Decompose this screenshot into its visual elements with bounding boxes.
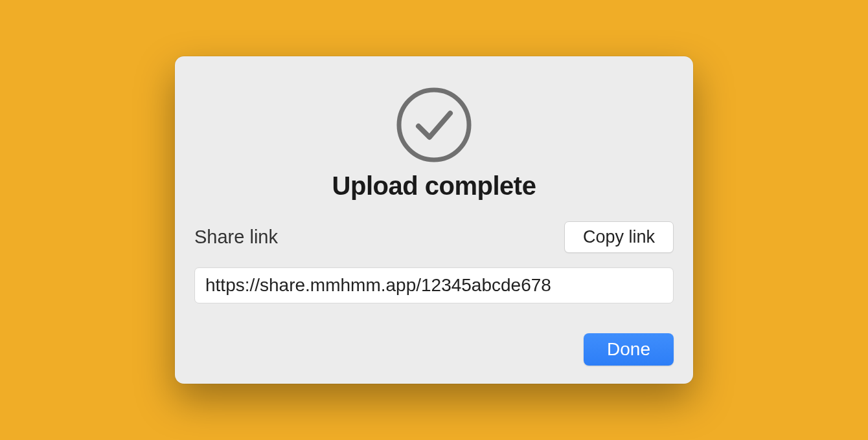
copy-link-button[interactable]: Copy link [564,221,674,253]
dialog-title: Upload complete [194,171,674,201]
dialog-footer: Done [194,333,674,366]
share-link-input[interactable] [194,267,674,303]
svg-point-0 [399,90,469,160]
upload-complete-dialog: Upload complete Share link Copy link Don… [175,56,693,384]
share-link-row: Share link Copy link [194,221,674,253]
share-link-label: Share link [194,226,278,248]
done-button[interactable]: Done [584,333,674,366]
checkmark-circle-icon [395,86,473,164]
